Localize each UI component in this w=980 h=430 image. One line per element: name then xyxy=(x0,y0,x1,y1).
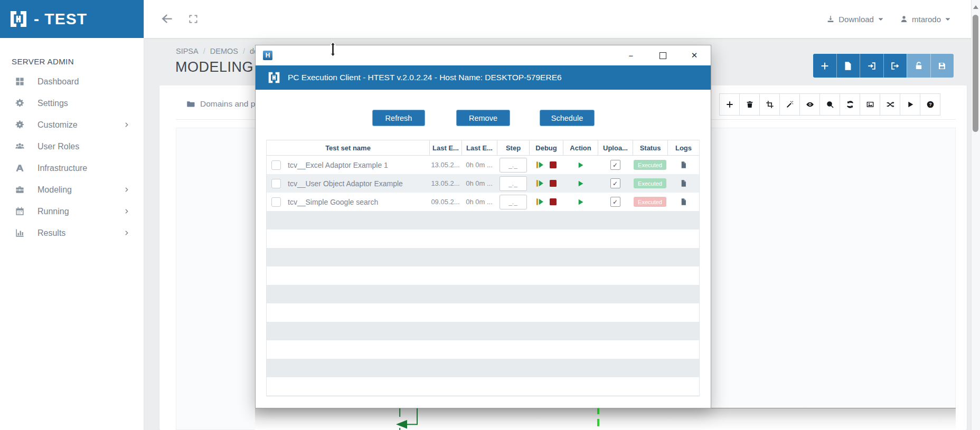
chevron-down-icon xyxy=(878,16,884,22)
app-logo[interactable]: - TEST xyxy=(0,0,144,38)
upload-checkbox[interactable]: ✓ xyxy=(610,197,620,207)
schedule-button[interactable]: Schedule xyxy=(540,110,595,126)
empty-row xyxy=(267,359,699,377)
sidebar-item-customize[interactable]: Customize xyxy=(0,114,144,136)
last-exec-date: 09.05.2... xyxy=(429,193,461,211)
sign-out-icon xyxy=(890,61,900,71)
sidebar-item-settings[interactable]: Settings xyxy=(0,92,144,114)
image-button[interactable] xyxy=(860,93,880,116)
test-set-name: tcv__Excel Adaptor Example 1 xyxy=(288,161,388,169)
row-checkbox[interactable] xyxy=(271,197,281,207)
brand-bracket-h-icon xyxy=(267,71,281,84)
scrollbar-up-arrow[interactable] xyxy=(973,5,978,9)
refresh-button[interactable] xyxy=(840,93,860,116)
help-button[interactable]: ? xyxy=(920,93,940,116)
refresh-button[interactable]: Refresh xyxy=(372,110,425,126)
remove-button[interactable]: Remove xyxy=(456,110,510,126)
debug-step-icon[interactable] xyxy=(535,160,544,169)
ns-resize-cursor-icon xyxy=(328,41,337,58)
empty-row xyxy=(267,377,699,396)
download-menu[interactable]: Download xyxy=(826,15,884,24)
unlock-button[interactable] xyxy=(907,54,930,78)
row-checkbox[interactable] xyxy=(271,160,281,170)
sidebar-item-user-roles[interactable]: User Roles xyxy=(0,136,144,157)
search-button[interactable] xyxy=(819,93,840,116)
sign-out-button[interactable] xyxy=(883,54,907,78)
column-header: Debug xyxy=(529,140,563,155)
run-play-icon[interactable] xyxy=(577,161,585,169)
debug-step-icon[interactable] xyxy=(535,197,544,206)
logs-file-icon[interactable] xyxy=(680,178,687,188)
empty-rows xyxy=(267,211,699,396)
add-button[interactable] xyxy=(813,54,836,78)
sidebar-item-modeling[interactable]: Modeling xyxy=(0,179,144,200)
last-exec-date: 13.05.2... xyxy=(429,156,461,174)
status-badge: Executed xyxy=(634,197,666,207)
row-checkbox[interactable] xyxy=(271,179,281,188)
upload-checkbox[interactable]: ✓ xyxy=(610,160,620,170)
empty-row xyxy=(267,303,699,322)
stop-icon[interactable] xyxy=(550,161,557,168)
window-app-icon: H xyxy=(263,51,272,60)
download-label: Download xyxy=(838,15,874,24)
add-element-button[interactable] xyxy=(719,93,740,116)
modal-title: PC Execution Client - HTEST v.2.0.2.24 -… xyxy=(288,73,562,82)
logs-file-icon[interactable] xyxy=(680,197,687,207)
topbar: Download mtarodo xyxy=(144,0,980,38)
run-play-icon[interactable] xyxy=(577,198,585,206)
sidebar-item-results[interactable]: Results xyxy=(0,222,144,244)
breadcrumb-item[interactable]: SIPSA xyxy=(176,47,199,55)
sidebar-item-running[interactable]: Running xyxy=(0,200,144,222)
minimize-button[interactable]: − xyxy=(623,49,639,62)
step-input[interactable] xyxy=(500,195,527,209)
table-row: tcv__Excel Adaptor Example 1 13.05.2... … xyxy=(267,156,699,174)
page-scrollbar[interactable] xyxy=(971,0,980,430)
sidebar-item-label: Settings xyxy=(37,99,68,108)
debug-step-icon[interactable] xyxy=(535,179,544,188)
fullscreen-icon[interactable] xyxy=(188,14,199,24)
preview-button[interactable] xyxy=(799,93,820,116)
sidebar-item-dashboard[interactable]: Dashboard xyxy=(0,71,144,92)
scrollbar-thumb[interactable] xyxy=(973,15,978,132)
delete-button[interactable] xyxy=(739,93,760,116)
stop-icon[interactable] xyxy=(550,198,557,205)
crop-icon xyxy=(766,100,774,109)
last-exec-duration: 0h 0m ... xyxy=(461,174,497,193)
sidebar-item-infrastructure[interactable]: Infrastructure xyxy=(0,157,144,179)
step-input[interactable] xyxy=(500,158,527,173)
briefcase-icon xyxy=(15,185,25,195)
save-button[interactable] xyxy=(930,54,954,78)
stop-icon[interactable] xyxy=(550,180,557,187)
upload-checkbox[interactable]: ✓ xyxy=(610,178,620,188)
column-header: Action xyxy=(563,140,598,155)
run-play-icon[interactable] xyxy=(577,179,585,188)
export-file-button[interactable]: </> xyxy=(836,54,860,78)
magic-wand-button[interactable] xyxy=(779,93,800,116)
plus-icon xyxy=(725,100,734,109)
column-header: Status xyxy=(633,140,667,155)
run-button[interactable] xyxy=(900,93,920,116)
page-title: MODELING xyxy=(175,59,253,75)
window-titlebar[interactable]: H − ✕ xyxy=(256,45,711,65)
sidebar: - TEST SERVER ADMIN Dashboard Settings C… xyxy=(0,0,144,430)
chevron-right-icon xyxy=(123,208,130,215)
file-code-icon: </> xyxy=(843,61,853,71)
maximize-button[interactable] xyxy=(655,49,671,62)
magic-wand-icon xyxy=(786,100,794,109)
step-input[interactable] xyxy=(500,176,527,191)
back-arrow-icon[interactable] xyxy=(159,12,174,26)
user-menu[interactable]: mtarodo xyxy=(900,15,951,24)
crop-button[interactable] xyxy=(759,93,780,116)
sign-in-button[interactable] xyxy=(860,54,883,78)
chevron-right-icon xyxy=(123,230,130,236)
breadcrumb-item[interactable]: DEMOS xyxy=(210,47,238,55)
logs-file-icon[interactable] xyxy=(680,160,687,170)
app-logo-text: - TEST xyxy=(34,10,87,28)
sign-in-icon xyxy=(867,61,877,71)
close-button[interactable]: ✕ xyxy=(686,49,702,62)
cog-icon xyxy=(15,120,25,130)
folder-icon xyxy=(186,99,195,109)
person-icon xyxy=(900,15,908,23)
shuffle-button[interactable] xyxy=(880,93,900,116)
empty-row xyxy=(267,266,699,285)
